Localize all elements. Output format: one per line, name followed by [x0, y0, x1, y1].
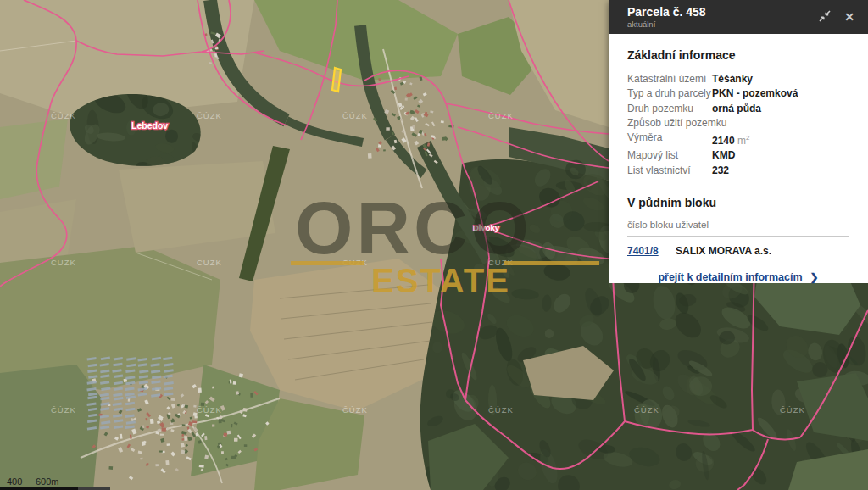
basic-info-rows: Katastrální územíTěšánkyTyp a druh parce… — [627, 72, 849, 178]
selected-parcel[interactable] — [332, 68, 341, 92]
panel-header: Parcela č. 458 aktuální ✕ — [609, 0, 868, 34]
cuzk-watermark: ČÚZK — [488, 111, 514, 120]
info-row: Typ a druh parcelyPKN - pozemková — [627, 86, 849, 101]
cuzk-watermark: ČÚZK — [488, 405, 514, 415]
info-label: Typ a druh parcely — [627, 86, 712, 101]
info-value: orná půda — [712, 102, 761, 116]
column-header-block: číslo bloku — [627, 220, 676, 230]
info-value: Těšánky — [712, 72, 753, 86]
info-label: Mapový list — [627, 148, 712, 163]
info-label: Katastrální území — [627, 72, 712, 86]
block-number-link[interactable]: 7401/8 — [627, 245, 659, 257]
scale-label-600: 600m — [36, 476, 59, 487]
scale-label-400: 400 — [7, 476, 22, 487]
info-row: Mapový listKMD — [627, 148, 849, 163]
cuzk-watermark: ČÚZK — [197, 111, 222, 120]
soil-table-row: 7401/8SALIX MORAVA a.s. — [627, 237, 849, 257]
cuzk-watermark: ČÚZK — [342, 111, 368, 120]
detail-link[interactable]: přejít k detailním informacím ❯ — [627, 271, 849, 283]
brand-bar-right — [504, 261, 599, 265]
info-row: Katastrální územíTěšánky — [627, 72, 849, 86]
panel-body: Základní informace Katastrální územíTěšá… — [609, 34, 868, 283]
chevron-right-icon: ❯ — [810, 271, 819, 283]
panel-header-text: Parcela č. 458 aktuální — [627, 5, 819, 29]
info-value: 2140 m2 — [712, 131, 750, 148]
cuzk-watermark: ČÚZK — [197, 258, 222, 267]
parcel-info-panel: Parcela č. 458 aktuální ✕ Základní infor… — [609, 0, 868, 259]
cuzk-watermark: ČÚZK — [634, 405, 659, 415]
brand-bar-left — [291, 261, 364, 265]
info-value: PKN - pozemková — [712, 86, 798, 101]
info-row: Způsob užití pozemku — [627, 116, 849, 131]
block-user: SALIX MORAVA a.s. — [676, 245, 771, 257]
cuzk-watermark: ČÚZK — [342, 405, 368, 415]
info-row: List vlastnictví232 — [627, 164, 849, 178]
cuzk-watermark: ČÚZK — [51, 111, 76, 120]
info-label: Způsob užití pozemku — [627, 116, 712, 131]
cuzk-watermark: ČÚZK — [51, 405, 76, 415]
info-label: List vlastnictví — [627, 164, 712, 178]
close-icon[interactable]: ✕ — [844, 11, 854, 23]
panel-subtitle: aktuální — [627, 19, 819, 29]
info-label: Výměra — [627, 131, 712, 148]
cuzk-watermark: ČÚZK — [197, 405, 222, 415]
cuzk-watermark: ČÚZK — [51, 258, 76, 267]
info-value: KMD — [712, 148, 735, 163]
column-header-user: uživatel — [676, 220, 709, 230]
info-value: 232 — [712, 164, 729, 178]
soil-table-header: číslo bloku uživatel — [627, 220, 849, 237]
basic-info-heading: Základní informace — [627, 48, 849, 62]
info-label: Druh pozemku — [627, 102, 712, 116]
soil-table-rows: 7401/8SALIX MORAVA a.s. — [627, 237, 849, 257]
app-window: ČÚZKČÚZKČÚZKČÚZKČÚZKČÚZKČÚZKČÚZKČÚZKČÚZK… — [0, 0, 868, 490]
brand-word-top: ORCO — [295, 186, 532, 270]
brand-word-bottom: ESTATE — [371, 262, 510, 299]
unit-label: m2 — [735, 135, 750, 147]
detail-link-label: přejít k detailním informacím — [658, 271, 802, 283]
panel-header-icons: ✕ — [819, 10, 854, 24]
soil-block-section: V půdním bloku číslo bloku uživatel 7401… — [627, 196, 849, 283]
cuzk-watermark: ČÚZK — [780, 405, 805, 415]
panel-title: Parcela č. 458 — [627, 6, 819, 19]
collapse-icon[interactable] — [819, 10, 831, 24]
info-row: Výměra2140 m2 — [627, 131, 849, 148]
soil-block-heading: V půdním bloku — [627, 196, 849, 209]
info-row: Druh pozemkuorná půda — [627, 102, 849, 116]
village-label-lebedov: Lebedov — [131, 120, 168, 131]
